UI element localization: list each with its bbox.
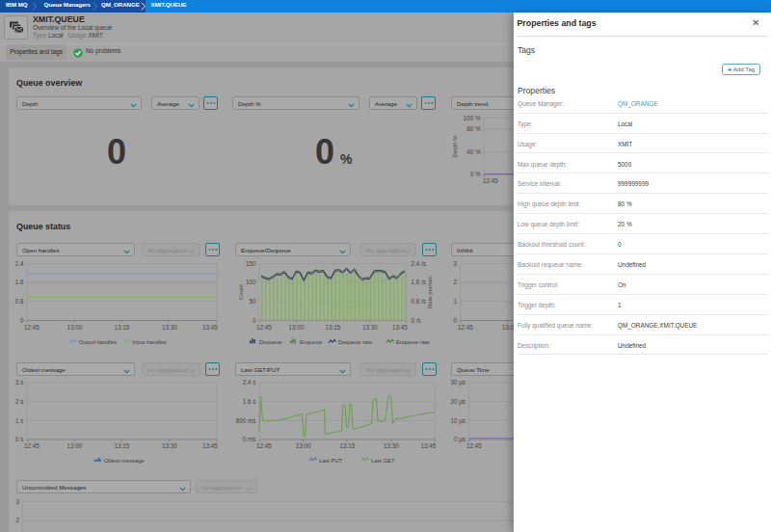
svg-text:10 µs: 10 µs — [450, 417, 465, 425]
svg-text:13:00: 13:00 — [66, 442, 82, 449]
svg-text:800 ms: 800 ms — [236, 417, 256, 424]
svg-text:2: 2 — [453, 279, 457, 285]
svg-text:3: 3 — [15, 498, 19, 505]
svg-text:13:45: 13:45 — [392, 324, 408, 331]
svg-text:13:15: 13:15 — [115, 442, 130, 449]
svg-text:13:15: 13:15 — [339, 442, 355, 449]
svg-text:13:15: 13:15 — [115, 324, 130, 331]
svg-text:12:45: 12:45 — [458, 324, 473, 331]
svg-text:Count: Count — [238, 284, 244, 300]
svg-text:13:30: 13:30 — [384, 442, 399, 449]
svg-text:2.4: 2.4 — [15, 260, 24, 267]
svg-text:40 %: 40 % — [466, 148, 481, 155]
svg-text:2 s: 2 s — [15, 398, 23, 405]
svg-text:0 s: 0 s — [15, 436, 23, 442]
svg-text:Last GET: Last GET — [371, 458, 395, 464]
svg-text:Dequeue: Dequeue — [259, 339, 282, 345]
svg-text:Last PUT: Last PUT — [319, 458, 343, 464]
svg-text:13:30: 13:30 — [162, 442, 177, 449]
svg-text:13:0: 13:0 — [502, 324, 514, 331]
svg-text:13:45: 13:45 — [202, 324, 218, 331]
svg-text:1.6 /s: 1.6 /s — [412, 279, 426, 285]
svg-text:12:45: 12:45 — [256, 324, 272, 331]
svg-text:0: 0 — [453, 317, 457, 324]
svg-text:0 ms: 0 ms — [243, 436, 256, 442]
svg-text:50: 50 — [249, 298, 256, 305]
svg-text:150: 150 — [246, 260, 256, 267]
svg-text:Enqueue rate: Enqueue rate — [396, 339, 430, 345]
svg-text:0 %: 0 % — [470, 171, 481, 177]
svg-text:13:45: 13:45 — [421, 442, 437, 449]
svg-text:Rate per/sec: Rate per/sec — [427, 276, 433, 308]
svg-text:3: 3 — [453, 260, 457, 267]
svg-text:Oldest message: Oldest message — [104, 458, 145, 464]
svg-text:1.6 s: 1.6 s — [243, 398, 256, 405]
svg-text:20 µs: 20 µs — [450, 398, 465, 406]
svg-text:2.4 s: 2.4 s — [243, 379, 256, 386]
svg-text:13:15: 13:15 — [326, 324, 341, 331]
svg-text:13:45: 13:45 — [202, 442, 218, 449]
svg-text:100: 100 — [246, 279, 256, 285]
svg-text:13:00: 13:00 — [66, 324, 82, 331]
svg-text:30 µs: 30 µs — [450, 379, 465, 386]
svg-text:100 %: 100 % — [464, 115, 481, 121]
svg-text:13:00: 13:00 — [296, 442, 311, 449]
svg-text:Output handles: Output handles — [79, 339, 117, 345]
svg-text:1: 1 — [453, 298, 457, 305]
svg-text:1.6: 1.6 — [15, 279, 24, 285]
svg-text:3 s: 3 s — [15, 379, 23, 386]
svg-text:12:45: 12:45 — [483, 177, 498, 184]
svg-text:0 µs: 0 µs — [454, 436, 465, 443]
svg-text:13:30: 13:30 — [162, 324, 177, 331]
svg-text:2.4 /s: 2.4 /s — [412, 260, 426, 267]
svg-text:Enqueue: Enqueue — [300, 339, 322, 345]
svg-text:13:00: 13:00 — [288, 324, 304, 331]
svg-text:12:45: 12:45 — [256, 442, 272, 449]
svg-text:12:45: 12:45 — [24, 324, 40, 331]
svg-text:13:30: 13:30 — [362, 324, 378, 331]
svg-text:0.8: 0.8 — [15, 298, 24, 305]
svg-text:12:45: 12:45 — [466, 442, 482, 449]
svg-text:Depth %: Depth % — [452, 135, 458, 158]
svg-text:80 %: 80 % — [466, 125, 481, 132]
svg-text:12:45: 12:45 — [24, 442, 40, 449]
svg-text:Dequeue rate: Dequeue rate — [338, 339, 372, 345]
svg-text:1 s: 1 s — [15, 417, 23, 424]
svg-text:Input handles: Input handles — [133, 339, 167, 345]
svg-text:2: 2 — [15, 517, 19, 523]
svg-text:0 /s: 0 /s — [412, 317, 421, 324]
svg-text:0.8 /s: 0.8 /s — [412, 298, 426, 305]
